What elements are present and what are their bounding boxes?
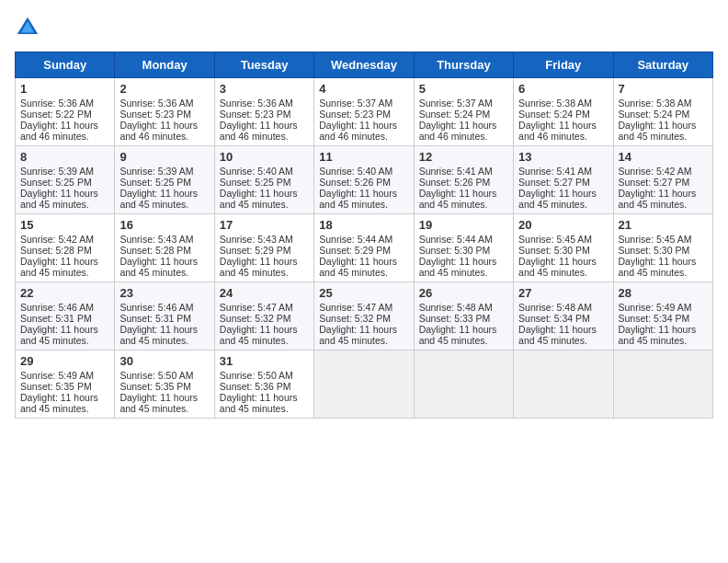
calendar-cell: 13Sunrise: 5:41 AMSunset: 5:27 PMDayligh…: [514, 146, 613, 214]
sunset-text: Sunset: 5:23 PM: [119, 109, 209, 120]
daylight-text: Daylight: 11 hours and 45 minutes.: [220, 324, 309, 346]
daylight-text: Daylight: 11 hours and 45 minutes.: [20, 256, 109, 278]
sunrise-text: Sunrise: 5:43 AM: [119, 234, 209, 245]
calendar-header-wednesday: Wednesday: [314, 52, 414, 78]
daylight-text: Daylight: 11 hours and 46 minutes.: [319, 120, 408, 142]
calendar-cell: 17Sunrise: 5:43 AMSunset: 5:29 PMDayligh…: [214, 214, 313, 282]
sunset-text: Sunset: 5:31 PM: [119, 313, 209, 324]
daylight-text: Daylight: 11 hours and 45 minutes.: [319, 256, 408, 278]
sunset-text: Sunset: 5:25 PM: [220, 177, 309, 188]
daylight-text: Daylight: 11 hours and 45 minutes.: [220, 392, 309, 414]
sunrise-text: Sunrise: 5:46 AM: [119, 302, 209, 313]
day-number: 21: [619, 218, 708, 232]
calendar-cell: 14Sunrise: 5:42 AMSunset: 5:27 PMDayligh…: [613, 146, 712, 214]
calendar-cell: 11Sunrise: 5:40 AMSunset: 5:26 PMDayligh…: [314, 146, 414, 214]
sunset-text: Sunset: 5:24 PM: [619, 109, 708, 120]
daylight-text: Daylight: 11 hours and 45 minutes.: [319, 188, 408, 210]
day-number: 27: [518, 286, 608, 300]
day-number: 6: [518, 82, 608, 96]
calendar-cell: [514, 350, 613, 419]
sunrise-text: Sunrise: 5:37 AM: [319, 98, 408, 109]
sunrise-text: Sunrise: 5:45 AM: [518, 234, 608, 245]
calendar-header-saturday: Saturday: [613, 52, 712, 78]
logo-icon: [15, 15, 40, 40]
day-number: 25: [319, 286, 408, 300]
sunset-text: Sunset: 5:30 PM: [518, 245, 608, 256]
sunset-text: Sunset: 5:24 PM: [518, 109, 608, 120]
sunset-text: Sunset: 5:28 PM: [20, 245, 109, 256]
daylight-text: Daylight: 11 hours and 46 minutes.: [119, 120, 209, 142]
calendar-cell: 20Sunrise: 5:45 AMSunset: 5:30 PMDayligh…: [514, 214, 613, 282]
calendar-cell: 29Sunrise: 5:49 AMSunset: 5:35 PMDayligh…: [16, 350, 115, 419]
day-number: 11: [319, 150, 408, 164]
calendar-cell: 23Sunrise: 5:46 AMSunset: 5:31 PMDayligh…: [115, 282, 214, 350]
sunrise-text: Sunrise: 5:40 AM: [220, 166, 309, 177]
calendar-cell: [613, 350, 712, 419]
sunset-text: Sunset: 5:29 PM: [220, 245, 309, 256]
calendar-cell: 31Sunrise: 5:50 AMSunset: 5:36 PMDayligh…: [214, 350, 313, 419]
sunrise-text: Sunrise: 5:50 AM: [119, 370, 209, 381]
sunrise-text: Sunrise: 5:48 AM: [419, 302, 508, 313]
calendar-header-tuesday: Tuesday: [214, 52, 313, 78]
daylight-text: Daylight: 11 hours and 45 minutes.: [119, 256, 209, 278]
sunrise-text: Sunrise: 5:37 AM: [419, 98, 508, 109]
sunrise-text: Sunrise: 5:47 AM: [319, 302, 408, 313]
day-number: 26: [419, 286, 508, 300]
sunset-text: Sunset: 5:28 PM: [119, 245, 209, 256]
day-number: 29: [20, 354, 109, 368]
day-number: 15: [20, 218, 109, 232]
calendar-cell: 15Sunrise: 5:42 AMSunset: 5:28 PMDayligh…: [16, 214, 115, 282]
day-number: 20: [518, 218, 608, 232]
logo: [15, 15, 44, 40]
calendar-week-row: 1Sunrise: 5:36 AMSunset: 5:22 PMDaylight…: [16, 78, 713, 146]
calendar-cell: 3Sunrise: 5:36 AMSunset: 5:23 PMDaylight…: [214, 78, 313, 146]
sunrise-text: Sunrise: 5:42 AM: [619, 166, 708, 177]
sunset-text: Sunset: 5:24 PM: [419, 109, 508, 120]
sunrise-text: Sunrise: 5:45 AM: [619, 234, 708, 245]
sunrise-text: Sunrise: 5:49 AM: [20, 370, 109, 381]
daylight-text: Daylight: 11 hours and 45 minutes.: [518, 256, 608, 278]
daylight-text: Daylight: 11 hours and 45 minutes.: [619, 188, 708, 210]
sunrise-text: Sunrise: 5:40 AM: [319, 166, 408, 177]
calendar-cell: 1Sunrise: 5:36 AMSunset: 5:22 PMDaylight…: [16, 78, 115, 146]
calendar-cell: 2Sunrise: 5:36 AMSunset: 5:23 PMDaylight…: [115, 78, 214, 146]
sunrise-text: Sunrise: 5:44 AM: [319, 234, 408, 245]
daylight-text: Daylight: 11 hours and 45 minutes.: [419, 256, 508, 278]
day-number: 4: [319, 82, 408, 96]
calendar-week-row: 15Sunrise: 5:42 AMSunset: 5:28 PMDayligh…: [16, 214, 713, 282]
sunset-text: Sunset: 5:23 PM: [220, 109, 309, 120]
daylight-text: Daylight: 11 hours and 45 minutes.: [518, 324, 608, 346]
calendar-cell: [314, 350, 414, 419]
sunset-text: Sunset: 5:34 PM: [619, 313, 708, 324]
sunrise-text: Sunrise: 5:49 AM: [619, 302, 708, 313]
calendar-header-friday: Friday: [514, 52, 613, 78]
day-number: 3: [220, 82, 309, 96]
sunrise-text: Sunrise: 5:42 AM: [20, 234, 109, 245]
sunrise-text: Sunrise: 5:44 AM: [419, 234, 508, 245]
calendar-cell: 22Sunrise: 5:46 AMSunset: 5:31 PMDayligh…: [16, 282, 115, 350]
calendar-cell: 19Sunrise: 5:44 AMSunset: 5:30 PMDayligh…: [414, 214, 513, 282]
daylight-text: Daylight: 11 hours and 46 minutes.: [220, 120, 309, 142]
day-number: 10: [220, 150, 309, 164]
day-number: 30: [119, 354, 209, 368]
sunset-text: Sunset: 5:30 PM: [419, 245, 508, 256]
sunrise-text: Sunrise: 5:38 AM: [518, 98, 608, 109]
sunset-text: Sunset: 5:33 PM: [419, 313, 508, 324]
sunrise-text: Sunrise: 5:41 AM: [518, 166, 608, 177]
day-number: 24: [220, 286, 309, 300]
sunset-text: Sunset: 5:25 PM: [20, 177, 109, 188]
calendar-week-row: 29Sunrise: 5:49 AMSunset: 5:35 PMDayligh…: [16, 350, 713, 419]
daylight-text: Daylight: 11 hours and 45 minutes.: [518, 188, 608, 210]
day-number: 13: [518, 150, 608, 164]
sunrise-text: Sunrise: 5:39 AM: [119, 166, 209, 177]
sunset-text: Sunset: 5:27 PM: [518, 177, 608, 188]
calendar-cell: 7Sunrise: 5:38 AMSunset: 5:24 PMDaylight…: [613, 78, 712, 146]
day-number: 22: [20, 286, 109, 300]
sunset-text: Sunset: 5:26 PM: [419, 177, 508, 188]
calendar-cell: 10Sunrise: 5:40 AMSunset: 5:25 PMDayligh…: [214, 146, 313, 214]
sunrise-text: Sunrise: 5:47 AM: [220, 302, 309, 313]
sunset-text: Sunset: 5:32 PM: [319, 313, 408, 324]
calendar-cell: 21Sunrise: 5:45 AMSunset: 5:30 PMDayligh…: [613, 214, 712, 282]
sunset-text: Sunset: 5:35 PM: [20, 381, 109, 392]
day-number: 28: [619, 286, 708, 300]
